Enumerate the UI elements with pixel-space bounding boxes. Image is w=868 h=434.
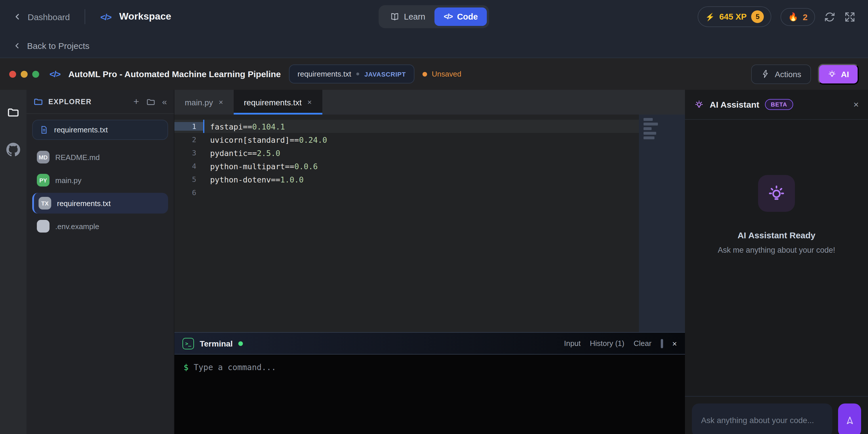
file-name: main.py bbox=[55, 176, 82, 184]
new-file-icon[interactable]: + bbox=[133, 97, 139, 106]
collapse-panel-icon[interactable]: « bbox=[162, 97, 167, 106]
terminal-actions: Input History (1) Clear × bbox=[564, 339, 677, 348]
code-text: uvicorn[standard]==0.24.0 bbox=[210, 135, 327, 144]
beta-badge: BETA bbox=[765, 99, 793, 110]
code-text: python-multipart==0.0.6 bbox=[210, 161, 318, 170]
close-icon[interactable]: × bbox=[307, 98, 312, 106]
file-row-requirements[interactable]: TX requirements.txt bbox=[32, 193, 168, 214]
dashboard-label: Dashboard bbox=[28, 12, 70, 22]
terminal-body: $ bbox=[175, 354, 685, 434]
minimap-line bbox=[644, 136, 654, 139]
file-type-badge: PY bbox=[37, 174, 50, 186]
terminal-status-dot bbox=[239, 341, 243, 346]
editor-body: 1 fastapi==0.104.1 2 uvicorn[standard]==… bbox=[175, 115, 685, 332]
file-type-badge: MD bbox=[37, 151, 50, 163]
file-row-env-example[interactable]: .env.example bbox=[32, 216, 168, 237]
chevron-left-icon bbox=[13, 41, 21, 50]
back-to-projects-button[interactable]: Back to Projects bbox=[13, 40, 90, 50]
minimap-line bbox=[644, 127, 652, 130]
ai-lightbulb-tile bbox=[758, 175, 795, 212]
activity-rail bbox=[0, 90, 27, 434]
ai-assistant-panel: AI Assistant BETA × AI Assistant Ready A… bbox=[685, 90, 868, 434]
text-cursor bbox=[203, 120, 204, 133]
minimap-line bbox=[644, 123, 658, 125]
project-title: AutoML Pro - Automated Machine Learning … bbox=[68, 69, 281, 79]
code-line: 2 uvicorn[standard]==0.24.0 bbox=[175, 133, 639, 146]
explorer-panel: EXPLORER + « requirements.txt MD bbox=[27, 90, 175, 434]
dashboard-back-button[interactable]: Dashboard bbox=[13, 12, 70, 22]
fullscreen-icon[interactable] bbox=[844, 11, 855, 22]
file-row-readme[interactable]: MD README.md bbox=[32, 147, 168, 167]
code-line: 4 python-multipart==0.0.6 bbox=[175, 159, 639, 173]
line-number: 2 bbox=[175, 135, 203, 144]
terminal-history-button[interactable]: History (1) bbox=[590, 339, 624, 348]
xp-amount: 645 XP bbox=[719, 12, 747, 21]
active-file-chip: requirements.txt JAVASCRIPT bbox=[289, 64, 415, 84]
terminal-prompt: $ bbox=[184, 363, 188, 372]
code-brackets-icon: </> bbox=[100, 12, 111, 22]
actions-button[interactable]: Actions bbox=[751, 64, 811, 84]
fire-icon: 🔥 bbox=[788, 12, 798, 21]
streak-count: 2 bbox=[803, 12, 808, 22]
minimap-line bbox=[644, 118, 653, 121]
github-icon[interactable] bbox=[6, 143, 20, 157]
current-file-card[interactable]: requirements.txt bbox=[32, 120, 168, 140]
code-line: 5 python-dotenv==1.0.0 bbox=[175, 173, 639, 186]
ai-button[interactable]: AI bbox=[818, 64, 859, 84]
code-line: 1 fastapi==0.104.1 bbox=[175, 120, 639, 133]
tab-label: requirements.txt bbox=[244, 98, 302, 107]
close-window-dot[interactable] bbox=[9, 70, 16, 78]
tab-main-py[interactable]: main.py × bbox=[175, 90, 234, 115]
minimize-window-dot[interactable] bbox=[21, 70, 28, 78]
code-editor[interactable]: 1 fastapi==0.104.1 2 uvicorn[standard]==… bbox=[175, 115, 639, 332]
explorer-actions: + « bbox=[133, 97, 167, 106]
folder-icon bbox=[33, 97, 43, 106]
line-number: 5 bbox=[175, 175, 203, 184]
chevron-left-icon bbox=[13, 12, 22, 21]
top-bar-right: ⚡ 645 XP 5 🔥 2 bbox=[698, 6, 855, 27]
lightbulb-icon bbox=[694, 100, 704, 110]
file-language-label: JAVASCRIPT bbox=[364, 70, 406, 78]
close-icon[interactable]: × bbox=[853, 99, 859, 110]
code-mode-button[interactable]: </> Code bbox=[435, 7, 487, 26]
book-icon bbox=[390, 12, 400, 21]
lightning-bolt-icon: ⚡ bbox=[705, 12, 715, 21]
files-view-icon[interactable] bbox=[7, 106, 20, 119]
code-text: fastapi==0.104.1 bbox=[210, 122, 285, 131]
terminal-header: >_ Terminal Input History (1) Clear × bbox=[175, 332, 685, 354]
file-name: README.md bbox=[55, 153, 100, 161]
explorer-title: EXPLORER bbox=[48, 98, 92, 105]
current-file-name: requirements.txt bbox=[54, 125, 107, 134]
file-type-badge: TX bbox=[38, 197, 51, 210]
learn-mode-button[interactable]: Learn bbox=[381, 7, 435, 26]
sub-nav: Back to Projects bbox=[0, 33, 868, 58]
send-button[interactable] bbox=[838, 403, 861, 434]
close-icon[interactable]: × bbox=[219, 98, 223, 106]
code-line: 6 bbox=[175, 186, 639, 199]
code-label: Code bbox=[457, 12, 478, 21]
top-bar-left: Dashboard </> Workspace bbox=[13, 9, 171, 24]
refresh-icon[interactable] bbox=[824, 11, 835, 22]
ai-panel-header: AI Assistant BETA × bbox=[685, 90, 868, 120]
ai-question-input[interactable] bbox=[692, 403, 832, 434]
unsaved-label: Unsaved bbox=[432, 70, 461, 78]
code-text: python-dotenv==1.0.0 bbox=[210, 175, 304, 184]
close-icon[interactable]: × bbox=[672, 339, 677, 348]
terminal-input-button[interactable]: Input bbox=[564, 339, 581, 348]
code-brackets-icon: </> bbox=[50, 69, 60, 79]
project-bar: </> AutoML Pro - Automated Machine Learn… bbox=[0, 58, 868, 90]
file-list: MD README.md PY main.py TX requirements.… bbox=[27, 147, 174, 237]
send-arrow-icon bbox=[845, 415, 855, 425]
terminal-clear-button[interactable]: Clear bbox=[633, 339, 651, 348]
minimap-line bbox=[644, 132, 656, 135]
file-row-main-py[interactable]: PY main.py bbox=[32, 170, 168, 190]
maximize-window-dot[interactable] bbox=[32, 70, 39, 78]
editor-minimap[interactable] bbox=[639, 115, 685, 332]
lightbulb-icon bbox=[828, 70, 836, 78]
terminal-command-input[interactable] bbox=[194, 363, 424, 372]
tab-requirements-txt[interactable]: requirements.txt × bbox=[234, 90, 322, 115]
file-name: requirements.txt bbox=[57, 199, 111, 208]
new-folder-icon[interactable] bbox=[146, 97, 155, 106]
mode-toggle: Learn </> Code bbox=[379, 5, 490, 28]
line-number: 4 bbox=[175, 162, 203, 170]
